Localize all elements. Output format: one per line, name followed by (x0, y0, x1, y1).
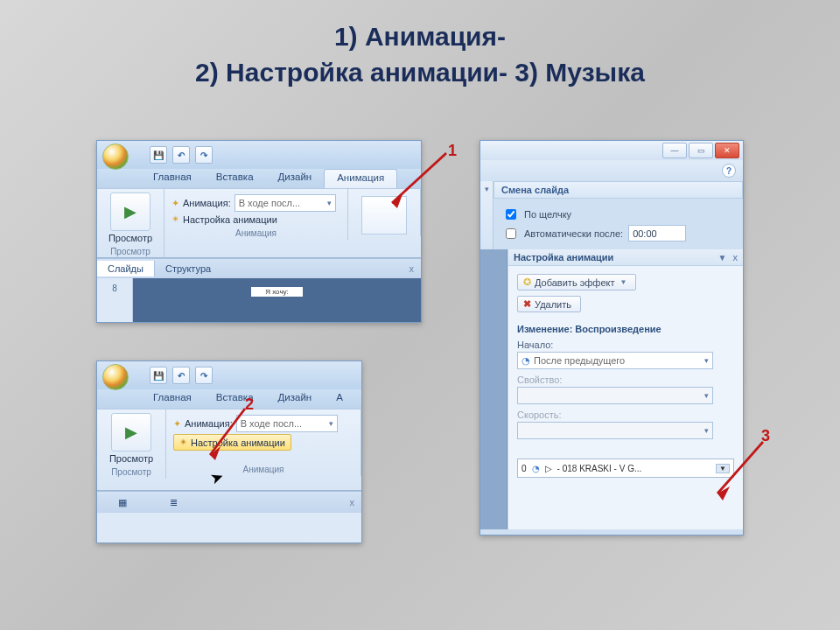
chevron-down-icon: ▼ (716, 464, 730, 473)
animation-dropdown[interactable]: В ходе посл... (234, 194, 336, 212)
panel-3: — ▭ ✕ ? ▾ Смена слайда По щелчку Автомат… (480, 140, 744, 536)
close-pane-icon[interactable]: x (410, 263, 422, 274)
delete-x-icon: ✖ (523, 298, 531, 310)
tab-home[interactable]: Главная (141, 389, 204, 409)
tab-animation[interactable]: Анимация (324, 169, 397, 188)
help-icon[interactable]: ? (722, 164, 736, 178)
redo-icon[interactable]: ↷ (195, 367, 213, 384)
property-dropdown (517, 387, 713, 404)
custom-animation-label: Настройка анимации (191, 438, 285, 448)
preview-group-label: Просмотр (104, 467, 158, 477)
preview-button[interactable]: ▶ (111, 413, 151, 452)
auto-after-label: Автоматически после: (524, 228, 623, 239)
start-dropdown[interactable]: ◔ После предыдущего (517, 352, 713, 369)
preview-label: Просмотр (104, 453, 158, 464)
save-icon[interactable]: 💾 (150, 367, 167, 384)
play-triangle-icon: ▷ (545, 464, 552, 473)
tab-insert[interactable]: Вставка (204, 389, 266, 409)
animation-group-label: Анимация (173, 465, 354, 474)
view-thumb-icon[interactable]: ▦ (97, 494, 148, 511)
remove-label: Удалить (535, 299, 571, 310)
close-button[interactable]: ✕ (715, 143, 739, 158)
remove-effect-button[interactable]: ✖ Удалить (517, 296, 581, 312)
slide-thumbnail-text: Я хочу: (251, 287, 303, 297)
ribbon-tabs: Главная Вставка Дизайн Анимация (97, 169, 421, 188)
slide-pane-tabs: Слайды Структура x (97, 258, 421, 278)
tab-structure[interactable]: Структура (155, 261, 221, 276)
star-icon: ✦ (172, 198, 179, 209)
pane-close-icon[interactable]: x (733, 252, 738, 262)
on-click-checkbox[interactable]: По щелчку (502, 206, 734, 222)
annotation-2: 2 (245, 396, 254, 414)
custom-animation-button[interactable]: Настройка анимации (183, 214, 277, 225)
auto-after-value[interactable]: 00:00 (628, 225, 686, 242)
annotation-1: 1 (448, 142, 457, 160)
minimize-button[interactable]: — (662, 143, 687, 158)
on-click-label: По щелчку (524, 209, 571, 220)
property-label: Свойство: (517, 374, 734, 385)
tab-insert[interactable]: Вставка (204, 169, 266, 188)
play-icon: ▶ (124, 202, 136, 221)
animation-list-item[interactable]: 0 ◔ ▷ - 018 KRASKI - V G... ▼ (517, 458, 734, 478)
annotation-3: 3 (761, 427, 770, 445)
media-name: - 018 KRASKI - V G... (557, 464, 711, 473)
redo-icon[interactable]: ↷ (195, 146, 213, 164)
star-icon: ✦ (173, 418, 181, 430)
animation-label: Анимация: (183, 198, 231, 208)
speed-dropdown (517, 422, 713, 439)
custom-animation-button-highlighted[interactable]: ✴ Настройка анимации (173, 434, 291, 451)
transition-header: Смена слайда (494, 181, 743, 199)
office-orb-icon[interactable] (102, 364, 129, 390)
tab-slides[interactable]: Слайды (97, 261, 155, 276)
star-add-icon: ✪ (523, 276, 531, 288)
view-outline-icon[interactable]: ≣ (148, 494, 199, 511)
preview-button[interactable]: ▶ (110, 192, 150, 231)
tab-design[interactable]: Дизайн (266, 389, 325, 409)
close-pane-icon[interactable]: x (350, 497, 362, 508)
quick-access-toolbar: 💾 ↶ ↷ (97, 141, 421, 169)
tab-animation-short[interactable]: А (324, 389, 355, 409)
collapse-handle[interactable]: ▾ (480, 181, 494, 249)
ribbon: ▶ Просмотр Просмотр ✦ Анимация: В ходе п… (97, 188, 421, 258)
undo-icon[interactable]: ↶ (172, 146, 190, 164)
animation-group-label: Анимация (172, 228, 340, 238)
animation-label: Анимация: (185, 418, 233, 429)
vertical-scrollbar[interactable] (480, 249, 508, 529)
clock-icon: ◔ (522, 355, 530, 367)
clock-icon: ◔ (532, 464, 540, 473)
auto-after-checkbox[interactable]: Автоматически после: 00:00 (502, 225, 734, 242)
pane-menu-icon[interactable]: ▼ (718, 253, 727, 262)
tab-home[interactable]: Главная (141, 169, 204, 188)
task-pane-title: Настройка анимации (514, 252, 613, 262)
undo-icon[interactable]: ↶ (172, 367, 190, 384)
speed-label: Скорость: (517, 410, 734, 420)
save-icon[interactable]: 💾 (150, 146, 167, 164)
page-title: 1) Анимация- 2) Настройка анимации- 3) М… (0, 0, 840, 90)
chevron-down-icon: ▼ (620, 278, 626, 286)
window-titlebar: — ▭ ✕ (480, 141, 743, 160)
add-effect-label: Добавить эффект (535, 277, 614, 288)
panel-1: 💾 ↶ ↷ Главная Вставка Дизайн Анимация ▶ … (96, 140, 422, 323)
slide-number: 8 (97, 278, 133, 322)
preview-label: Просмотр (104, 233, 157, 243)
office-orb-icon[interactable] (102, 144, 129, 170)
panel-2: 💾 ↶ ↷ Главная Вставка Дизайн А ▶ Просмот… (96, 360, 362, 543)
gear-star-icon: ✴ (179, 437, 187, 448)
maximize-button[interactable]: ▭ (689, 143, 713, 158)
play-icon: ▶ (125, 423, 137, 442)
start-label: Начало: (517, 340, 734, 350)
start-value: После предыдущего (534, 355, 625, 366)
gear-star-icon: ✴ (172, 214, 179, 225)
change-section-header: Изменение: Воспроизведение (517, 324, 734, 334)
media-index: 0 (522, 464, 527, 473)
add-effect-button[interactable]: ✪ Добавить эффект ▼ (517, 274, 636, 290)
animation-dropdown[interactable]: В ходе посл... (236, 415, 338, 432)
preview-group-label: Просмотр (104, 247, 157, 256)
transition-thumbnail[interactable] (361, 196, 407, 234)
tab-design[interactable]: Дизайн (266, 169, 325, 188)
